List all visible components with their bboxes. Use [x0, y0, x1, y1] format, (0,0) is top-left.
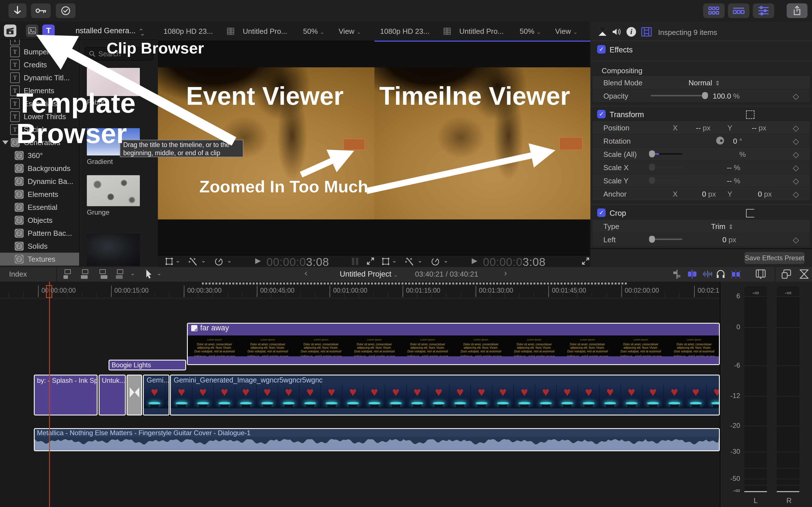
sidebar-item-backgrounds[interactable]: 2Backgrounds	[0, 162, 79, 175]
transform-checkbox[interactable]: ✓	[597, 110, 606, 118]
clip-browser-tab[interactable]	[4, 24, 16, 37]
chevron-down-icon[interactable]: ⌄	[417, 257, 422, 264]
anchor-x-value[interactable]: 0 px	[702, 190, 716, 199]
sidebar-item-partial[interactable]: T	[0, 40, 79, 45]
viewer-zoom-menu[interactable]: 50%⌄	[303, 27, 324, 36]
scale-y-slider[interactable]	[651, 180, 682, 181]
project-title-menu[interactable]: Untitled Project⌄	[340, 270, 398, 279]
fullscreen-icon[interactable]	[581, 257, 590, 265]
sidebar-item-essential[interactable]: 2Essential	[0, 201, 79, 214]
keywords-button[interactable]	[31, 3, 51, 18]
keyframe-diamond-icon[interactable]: ◇	[793, 176, 799, 186]
video-inspector-icon[interactable]	[641, 27, 652, 37]
photos-browser-tab[interactable]	[26, 24, 38, 37]
opacity-slider[interactable]	[651, 95, 706, 96]
retime-icon[interactable]	[431, 257, 440, 266]
scale-y-knob[interactable]	[649, 177, 655, 184]
info-inspector-icon[interactable]: i	[626, 27, 636, 37]
show-browser-button[interactable]	[703, 3, 725, 18]
overwrite-edit-icon[interactable]	[116, 269, 124, 279]
category-dropdown[interactable]: nstalled Genera...⌃⌃	[75, 26, 145, 35]
keyframe-diamond-icon[interactable]: ◇	[793, 150, 799, 159]
audio-meters-mini-icon[interactable]	[352, 258, 358, 267]
solo-icon[interactable]	[716, 269, 725, 279]
rotation-value[interactable]: 0 °	[733, 137, 742, 146]
thumbnail-image[interactable]	[87, 175, 140, 206]
next-project-chevron[interactable]: ›	[504, 268, 507, 278]
clip-gemini-generated-image[interactable]: Gemini_Generated_Image_wgncr5wgncr5wgnc♥…	[170, 375, 720, 415]
titles-generators-tab[interactable]: T	[42, 24, 55, 37]
timeline-ruler[interactable]: 00:00:00:0000:00:15:0000:00:30:0000:00:4…	[0, 282, 720, 298]
previous-project-chevron[interactable]: ‹	[305, 268, 307, 278]
crop-left-knob[interactable]	[649, 236, 655, 243]
keyframe-diamond-icon[interactable]: ◇	[793, 123, 799, 133]
enhancements-wand-icon[interactable]	[188, 257, 197, 266]
enhancements-wand-icon[interactable]	[405, 257, 414, 266]
position-y-value[interactable]: -- px	[752, 124, 766, 132]
disclosure-triangle-icon[interactable]	[2, 140, 8, 145]
sidebar-item-dynamic-ba[interactable]: 2Dynamic Ba...	[0, 175, 79, 188]
transform-onscreen-icon[interactable]	[746, 110, 755, 119]
crop-checkbox[interactable]: ✓	[597, 209, 606, 217]
scale-all-knob[interactable]	[649, 151, 655, 158]
sidebar-item-bumper-ope[interactable]: TBumper/Ope...	[0, 45, 79, 58]
clip-skimming-icon[interactable]	[688, 270, 697, 278]
viewer-view-menu[interactable]: View⌄	[555, 27, 577, 36]
audio-clip-metallica[interactable]: Metallica - Nothing Else Matters - Finge…	[34, 428, 720, 451]
sidebar-item-credits[interactable]: TCredits	[0, 58, 79, 71]
keyframe-diamond-icon[interactable]: ◇	[793, 136, 799, 146]
chevron-down-icon[interactable]: ⌄	[157, 270, 161, 277]
sidebar-item-dynamic-titl[interactable]: TDynamic Titl...	[0, 71, 79, 84]
transitions-browser-icon[interactable]	[800, 269, 809, 279]
title-clip-boogie-lights[interactable]: Boogie Lights	[109, 360, 186, 371]
scale-y-value[interactable]: -- %	[727, 177, 741, 185]
import-button[interactable]	[8, 3, 27, 18]
sidebar-item-objects[interactable]: 2Objects	[0, 214, 79, 227]
show-inspector-button[interactable]	[753, 3, 774, 18]
transform-overlay-icon[interactable]	[165, 257, 173, 266]
append-edit-icon[interactable]	[98, 269, 107, 279]
scale-x-knob[interactable]	[649, 164, 655, 171]
position-x-value[interactable]: -- px	[696, 124, 711, 132]
insert-edit-icon[interactable]	[81, 269, 89, 279]
generator-thumb-grunge[interactable]: Grunge	[87, 175, 140, 216]
chevron-down-icon[interactable]: ⌄	[392, 257, 397, 264]
sidebar-item-textures[interactable]: 2Textures	[0, 252, 79, 266]
title-clip-far-away[interactable]: far away Lorem ipsumDolor sit amet, cons…	[187, 323, 720, 365]
thumbnail-image[interactable]	[87, 233, 140, 266]
chevron-down-icon[interactable]: ⌄	[227, 257, 232, 264]
blend-mode-select[interactable]: Normal⇕	[689, 78, 720, 87]
snapping-icon[interactable]	[731, 270, 741, 279]
retime-icon[interactable]	[214, 257, 223, 266]
clip-splash[interactable]: by: - Splash - Ink Sp...	[34, 375, 98, 415]
transition-inspector-icon[interactable]	[598, 27, 607, 37]
index-button[interactable]: Index	[9, 270, 27, 279]
keyframe-diamond-icon[interactable]: ◇	[793, 92, 799, 101]
playhead[interactable]	[49, 282, 50, 507]
fullscreen-icon[interactable]	[366, 257, 374, 265]
chevron-down-icon[interactable]: ⌄	[130, 270, 135, 277]
show-timeline-button[interactable]	[728, 3, 749, 18]
clip-untuk[interactable]: Untuk...	[99, 375, 126, 415]
chevron-down-icon[interactable]: ⌄	[201, 257, 206, 264]
sidebar-item-360[interactable]: 2360°	[0, 149, 79, 162]
sidebar-item-solids[interactable]: 2Solids	[0, 240, 79, 252]
connect-edit-icon[interactable]	[63, 269, 72, 279]
transform-overlay-icon[interactable]	[382, 257, 390, 266]
crop-left-slider[interactable]	[651, 238, 682, 240]
scale-x-slider[interactable]	[651, 166, 682, 168]
viewer-zoom-menu[interactable]: 50%⌄	[520, 27, 541, 36]
keyframe-diamond-icon[interactable]: ◇	[793, 189, 799, 199]
audio-skimming-icon[interactable]	[703, 270, 712, 278]
opacity-value[interactable]: 100.0 %	[713, 92, 740, 101]
chevron-down-icon[interactable]: ⌄	[444, 257, 448, 264]
clip-gemi[interactable]: Gemi...♥♥	[143, 375, 169, 415]
scale-all-slider[interactable]	[651, 153, 682, 155]
sidebar-item-elements[interactable]: 2Elements	[0, 188, 79, 201]
skimming-icon[interactable]	[673, 269, 681, 279]
scale-x-value[interactable]: -- %	[727, 163, 741, 172]
save-effects-preset-button[interactable]: Save Effects Preset	[744, 252, 805, 264]
keyframe-diamond-icon[interactable]: ◇	[793, 163, 799, 172]
background-tasks-button[interactable]	[56, 3, 75, 18]
opacity-slider-knob[interactable]	[702, 92, 708, 99]
